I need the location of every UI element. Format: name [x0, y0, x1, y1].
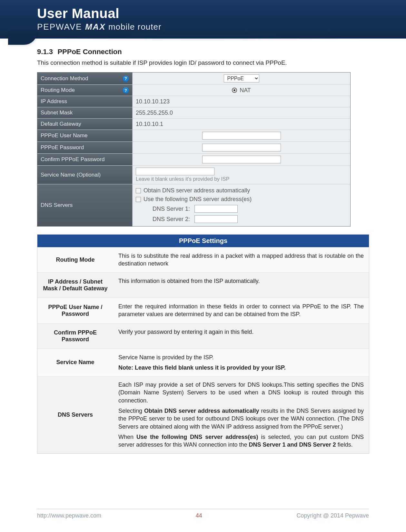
dns1-input[interactable] [194, 205, 238, 213]
value-connection-method: PPPoE [133, 73, 350, 84]
footer-page-number: 44 [196, 512, 202, 519]
dns-manual-checkbox[interactable] [136, 197, 141, 202]
label-service-name: Service Name (Optional) [37, 166, 133, 184]
help-icon[interactable]: ? [123, 87, 129, 93]
label-default-gateway: Default Gateway [37, 119, 133, 130]
settings-desc-pppoe-credentials: Enter the required information in these … [113, 298, 369, 323]
dns-auto-label: Obtain DNS server address automatically [144, 187, 250, 194]
value-subnet-mask: 255.255.255.0 [133, 107, 350, 118]
label-dns-servers: DNS Servers [37, 184, 133, 226]
label-connection-method-text: Connection Method [41, 75, 88, 82]
service-name-input[interactable] [136, 168, 214, 175]
help-icon[interactable]: ? [123, 75, 129, 82]
value-default-gateway: 10.10.10.1 [133, 119, 350, 130]
dns-manual-label: Use the following DNS server address(es) [144, 196, 252, 203]
label-connection-method: Connection Method ? [37, 73, 133, 84]
label-confirm-pppoe-password: Confirm PPPoE Password [37, 154, 133, 165]
service-name-line1: Service Name is provided by the ISP. [118, 353, 364, 361]
label-pppoe-username: PPPoE User Name [37, 130, 133, 141]
pppoe-settings-table: PPPoE Settings Routing Mode This is to s… [37, 234, 369, 454]
footer-url: http://www.pepwave.com [37, 512, 101, 519]
settings-label-service-name: Service Name [37, 349, 113, 376]
label-routing-mode-text: Routing Mode [41, 87, 75, 93]
service-name-hint: Leave it blank unless it's provided by I… [136, 176, 347, 182]
brand-prefix: PEPWAVE [37, 22, 85, 32]
footer-copyright: Copyright @ 2014 Pepwave [297, 512, 369, 519]
label-ip-address: IP Address [37, 96, 133, 107]
value-routing-mode: NAT [133, 85, 350, 96]
settings-label-ip-subnet-gateway: IP Address / Subnet Mask / Default Gatew… [37, 273, 113, 298]
settings-desc-service-name: Service Name is provided by the ISP. Not… [113, 349, 369, 376]
pppoe-password-input[interactable] [202, 144, 281, 151]
section-intro: This connection method is suitable if IS… [37, 59, 369, 66]
settings-label-pppoe-credentials: PPPoE User Name / Password [37, 298, 113, 323]
settings-label-routing-mode: Routing Mode [37, 247, 113, 272]
manual-header: User Manual PEPWAVE MAX mobile router [0, 0, 406, 39]
dns1-label: DNS Server 1: [153, 206, 194, 212]
dns-desc-p1: Each ISP may provide a set of DNS server… [118, 381, 364, 404]
pppoe-config-panel: Connection Method ? PPPoE Routing Mode ?… [37, 72, 351, 227]
section-heading: 9.1.3 PPPoE Connection [37, 48, 369, 56]
label-subnet-mask: Subnet Mask [37, 107, 133, 118]
confirm-pppoe-password-input[interactable] [202, 156, 281, 163]
settings-desc-ip-subnet-gateway: This information is obtained from the IS… [113, 273, 369, 298]
pppoe-username-input[interactable] [202, 132, 281, 140]
settings-desc-dns-servers: Each ISP may provide a set of DNS server… [113, 376, 369, 453]
settings-table-header: PPPoE Settings [37, 235, 369, 247]
section-title: PPPoE Connection [57, 48, 122, 56]
section-number: 9.1.3 [37, 48, 53, 56]
brand-name: MAX [85, 22, 106, 32]
dns-desc-p3: When Use the following DNS server addres… [118, 433, 364, 449]
dns-auto-checkbox[interactable] [136, 188, 141, 193]
service-name-line2: Note: Leave this field blank unless it i… [118, 364, 364, 372]
connection-method-select[interactable]: PPPoE [224, 74, 259, 82]
label-routing-mode: Routing Mode ? [37, 85, 133, 96]
settings-label-confirm-password: Confirm PPPoE Password [37, 324, 113, 349]
label-pppoe-password: PPPoE Password [37, 142, 133, 153]
routing-mode-radio-nat[interactable] [232, 88, 237, 93]
dns2-label: DNS Server 2: [153, 216, 194, 223]
brand-suffix: mobile router [106, 22, 162, 32]
settings-label-dns-servers: DNS Servers [37, 376, 113, 453]
settings-desc-routing-mode: This is to substitute the real address i… [113, 247, 369, 272]
settings-desc-confirm-password: Verify your password by entering it agai… [113, 324, 369, 349]
dns-desc-p2: Selecting Obtain DNS server address auto… [118, 407, 364, 430]
manual-subtitle: PEPWAVE MAX mobile router [37, 22, 406, 32]
manual-title: User Manual [37, 6, 406, 21]
routing-mode-nat-label: NAT [240, 87, 251, 94]
dns2-input[interactable] [194, 215, 238, 223]
page-footer: http://www.pepwave.com 44 Copyright @ 20… [37, 509, 369, 519]
value-ip-address: 10.10.10.123 [133, 96, 350, 107]
